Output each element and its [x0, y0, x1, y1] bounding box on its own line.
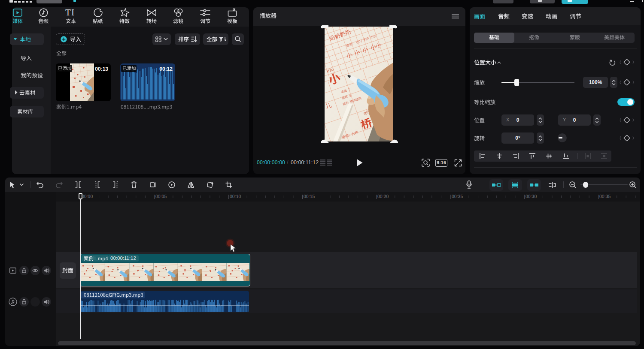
svg-text:T: T [65, 8, 71, 17]
svg-text:I: I [71, 8, 74, 17]
